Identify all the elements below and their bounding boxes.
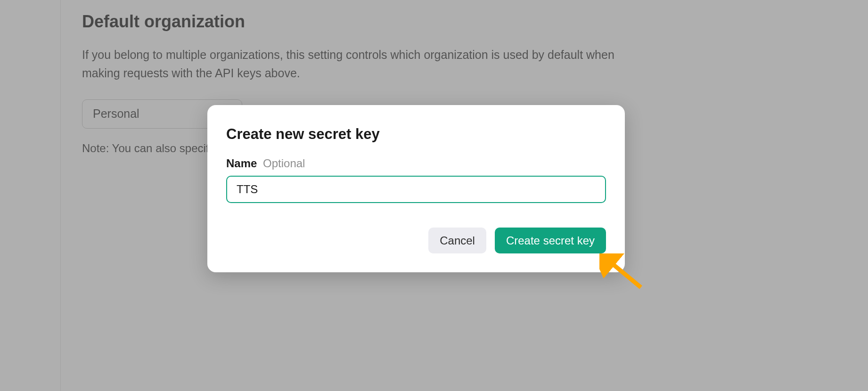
name-input[interactable] — [226, 176, 606, 203]
name-field-label: Name — [226, 157, 257, 170]
name-field-hint: Optional — [263, 157, 305, 170]
modal-actions: Cancel Create secret key — [226, 228, 606, 253]
cancel-button[interactable]: Cancel — [428, 228, 486, 253]
modal-title: Create new secret key — [226, 126, 606, 143]
create-secret-key-modal: Create new secret key Name Optional Canc… — [207, 105, 625, 272]
name-field-label-row: Name Optional — [226, 157, 606, 170]
create-secret-key-button[interactable]: Create secret key — [495, 228, 606, 253]
modal-overlay[interactable]: Create new secret key Name Optional Canc… — [0, 0, 868, 391]
